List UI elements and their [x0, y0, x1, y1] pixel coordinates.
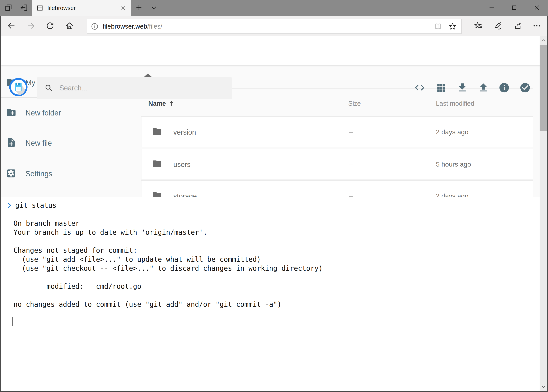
sidebar-item-label: New file [25, 139, 52, 147]
column-header-size[interactable]: Size [348, 100, 361, 107]
file-size: – [349, 161, 353, 168]
home-button[interactable] [61, 17, 79, 35]
window-maximize-button[interactable] [503, 0, 525, 16]
upload-icon [478, 82, 489, 94]
window-border-right [547, 16, 548, 392]
plus-icon [135, 4, 143, 12]
tabs-aside-arrow-icon [20, 4, 28, 13]
terminal-command: git status [15, 201, 56, 210]
upload-button[interactable] [476, 80, 491, 96]
scrollbar-down-button[interactable] [540, 382, 547, 391]
terminal-output: On branch master Your branch is up to da… [14, 219, 323, 309]
search-input[interactable] [59, 84, 232, 92]
window-minimize-button[interactable] [480, 0, 503, 16]
url-host: filebrowser.web [103, 23, 147, 30]
window-border-left [0, 16, 1, 392]
scrollbar-thumb[interactable] [540, 45, 547, 131]
sidebar-item-settings[interactable]: Settings [6, 165, 123, 183]
table-row[interactable]: version – 2 days ago [141, 116, 533, 147]
folder-icon [152, 159, 163, 170]
browser-titlebar: filebrowser [0, 0, 548, 16]
new-file-icon [6, 137, 16, 149]
sidebar-item-label: New folder [25, 109, 61, 117]
new-tab-button[interactable] [132, 0, 146, 16]
refresh-button[interactable] [41, 17, 59, 35]
set-tabs-aside-button[interactable] [1, 0, 15, 16]
select-multiple-button[interactable] [517, 80, 533, 96]
tab-title: filebrowser [47, 5, 76, 11]
share-button[interactable] [509, 17, 527, 35]
search-box[interactable] [37, 77, 232, 99]
window-close-button[interactable] [526, 0, 548, 16]
home-icon [65, 21, 74, 31]
address-divider [101, 22, 101, 31]
annotate-pen-button[interactable] [489, 17, 507, 35]
search-icon [44, 84, 53, 93]
refresh-icon [45, 21, 55, 31]
check-circle-icon [520, 82, 531, 94]
info-icon [499, 82, 510, 94]
reading-view-button[interactable] [434, 22, 442, 31]
file-modified: 2 days ago [436, 128, 468, 136]
column-header-name[interactable]: Name [148, 100, 175, 107]
chevron-down-icon [150, 4, 158, 12]
ellipsis-icon [532, 21, 542, 32]
grid-view-button[interactable] [433, 80, 449, 96]
file-name: users [173, 161, 191, 169]
download-icon [457, 82, 468, 94]
page-scrollbar[interactable] [540, 36, 547, 391]
set-tabs-aside-icon [4, 4, 13, 13]
browser-toolbar: filebrowser.web/files/ [0, 16, 548, 36]
pen-icon [493, 21, 503, 32]
hub-star-icon [474, 21, 483, 32]
address-bar[interactable]: filebrowser.web/files/ [87, 19, 462, 34]
raw-code-view-button[interactable] [412, 80, 428, 96]
maximize-icon [511, 5, 517, 12]
tab-close-button[interactable] [120, 5, 126, 11]
new-folder-icon [6, 107, 16, 119]
prompt-chevron-icon [7, 202, 13, 209]
minimize-icon [489, 5, 495, 12]
close-icon [534, 4, 540, 12]
terminal-panel[interactable]: git status On branch master Your branch … [1, 197, 547, 391]
column-header-modified[interactable]: Last modified [436, 100, 474, 107]
chevron-up-icon [541, 38, 547, 44]
folder-icon [152, 126, 163, 137]
file-modified: 5 hours ago [436, 161, 471, 168]
sidebar-item-label: Settings [25, 170, 52, 178]
site-info-icon[interactable] [90, 22, 99, 30]
info-button[interactable] [496, 80, 512, 96]
grid-icon [436, 82, 447, 94]
sort-ascending-arrow-icon [168, 100, 175, 107]
back-arrow-icon [7, 21, 16, 31]
back-button[interactable] [2, 17, 20, 35]
add-favorite-star-button[interactable] [448, 22, 457, 31]
settings-gear-icon [6, 168, 16, 179]
share-icon [513, 21, 523, 32]
forward-button[interactable] [22, 17, 40, 35]
table-row[interactable]: users – 5 hours ago [141, 149, 533, 179]
filebrowser-logo[interactable] [9, 78, 28, 97]
chevron-down-icon [541, 384, 547, 389]
code-icon [414, 82, 425, 94]
tabs-you-set-aside-button[interactable] [17, 0, 31, 16]
sidebar-divider [1, 159, 126, 159]
filebrowser-header [1, 36, 547, 65]
file-size: – [349, 128, 353, 136]
file-name: version [173, 128, 196, 136]
terminal-cursor [12, 317, 13, 326]
forward-arrow-icon [26, 21, 36, 31]
sidebar-item-new-folder[interactable]: New folder [6, 104, 123, 122]
url-path: /files/ [147, 23, 162, 30]
sidebar-item-new-file[interactable]: New file [6, 134, 123, 152]
window-border-bottom [0, 391, 548, 392]
browser-tab-active[interactable]: filebrowser [32, 0, 131, 16]
settings-more-button[interactable] [528, 17, 545, 35]
favorites-hub-button[interactable] [470, 17, 487, 35]
download-button[interactable] [454, 80, 470, 96]
scrollbar-up-button[interactable] [540, 36, 547, 45]
tab-preview-toggle[interactable] [147, 0, 160, 16]
tab-page-icon [36, 5, 43, 12]
